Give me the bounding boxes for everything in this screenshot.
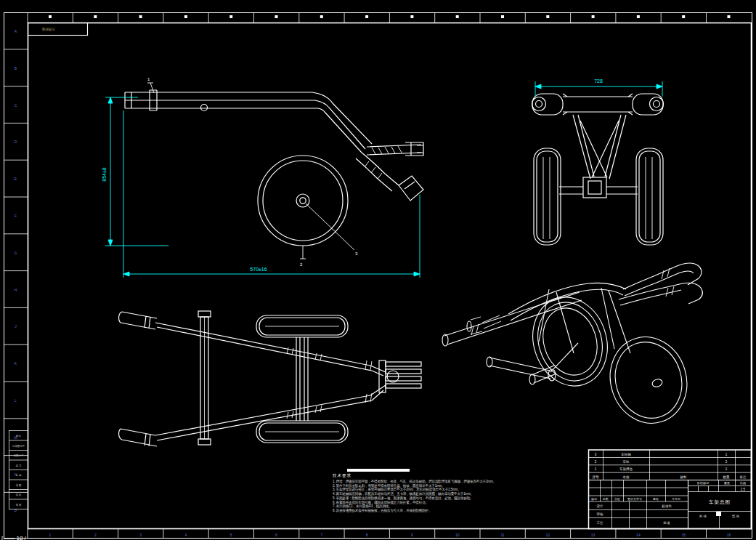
svg-text:设计: 设计 [597, 504, 604, 508]
zone-number: 3 [139, 533, 142, 537]
zone-letters: ABCDEFGHJKLMNP [14, 29, 17, 513]
technical-notes: 技术要求 1. 焊接：焊缝应牢固平整，不得有裂纹、夹渣、气孔、咬边等缺陷，焊后清… [333, 467, 516, 513]
cad-window: ByLayer ByLayer ByLayer 随颜色 [0, 0, 756, 540]
margin-table-label: 标记 [15, 435, 21, 438]
zone-number: 13 [591, 533, 596, 537]
grip-square [184, 15, 187, 18]
grip-square [501, 15, 504, 18]
zone-number: 16 [727, 533, 731, 537]
top-view [119, 311, 421, 446]
zone-letter: H [15, 288, 17, 292]
margin-table-label: 描 校 [16, 493, 22, 496]
parts-list-cell: 1 [725, 467, 728, 471]
svg-text:重量: 重量 [723, 481, 730, 485]
balloon-label-1: 1 [147, 77, 150, 81]
svg-text:名称: 名称 [623, 475, 630, 479]
svg-text:批准: 批准 [663, 521, 671, 525]
isometric-view [442, 263, 702, 433]
zone-number: 8 [366, 533, 368, 537]
zone-letter: D [15, 140, 17, 144]
zone-number: 9 [411, 533, 413, 537]
zone-letter: B [15, 66, 17, 70]
margin-table-labels: 标记旧底图总号底图总号签 字日 期描 图描 校审 核 [12, 435, 25, 507]
zone-number: 7 [320, 533, 322, 537]
zone-letter: J [15, 324, 17, 329]
balloon-label-3: 3 [355, 251, 358, 256]
grip-square [275, 15, 278, 18]
grip-square [229, 15, 232, 18]
svg-text:标记: 标记 [591, 497, 597, 501]
margin-table-label: 旧底图总号 [12, 445, 25, 448]
zone-number: 1 [49, 533, 52, 537]
balloon-label-2: 2 [300, 262, 303, 267]
svg-text:材料: 材料 [680, 475, 688, 480]
parts-list-cell: 1 [595, 467, 597, 471]
svg-text:序号: 序号 [593, 475, 600, 479]
svg-text:标准化: 标准化 [661, 504, 672, 509]
zone-number: 14 [636, 533, 641, 537]
margin-table [9, 431, 28, 509]
svg-text:处数: 处数 [603, 497, 609, 501]
margin-table-label: 描 图 [16, 484, 22, 487]
parts-list-cell: 3 [595, 453, 597, 456]
zone-letter: P [15, 509, 17, 513]
svg-text:审核: 审核 [597, 512, 604, 516]
parts-list-cell: 车架焊合 [619, 467, 633, 471]
zone-numbers: 12345678910111213141516 [49, 533, 731, 537]
margin-table-label: 日 期 [16, 474, 22, 477]
zone-letter: E [15, 177, 17, 181]
margin-table-label: 审 核 [16, 504, 22, 507]
zone-letter: A [15, 29, 17, 33]
notes-title: 技术要求 [333, 473, 351, 477]
zone-letter: K [15, 361, 17, 366]
zone-number: 15 [681, 533, 686, 537]
zone-number: 12 [546, 533, 550, 537]
svg-text:工艺: 工艺 [597, 520, 604, 525]
grip-square [365, 15, 368, 18]
margin-table-label: 签 字 [16, 464, 22, 467]
grip-square [682, 15, 685, 18]
svg-text:第 张: 第 张 [732, 515, 740, 518]
notes-line: 1. 焊接：焊缝应牢固平整，不得有裂纹、夹渣、气孔、咬边等缺陷，焊后清除焊渣及飞… [333, 480, 516, 484]
title-block-labels: 序号 名称 材料 数量 备注 标记 处数 分区 更改文件号 签名 年月日 设计 … [591, 475, 747, 525]
grip-square [456, 15, 459, 18]
side-width-dimension: 570±16 [250, 267, 267, 272]
drawing-canvas[interactable]: 12345678910111213141516 ABCDEFGHJKLMNP 图… [0, 0, 756, 540]
grip-square [320, 15, 323, 18]
svg-text:1:5: 1:5 [741, 488, 746, 491]
zone-letter: F [15, 214, 17, 218]
front-view [532, 94, 664, 245]
svg-text:分区: 分区 [614, 497, 620, 501]
zone-letter: C [15, 103, 17, 108]
grip-square [49, 15, 52, 18]
zone-letter: G [15, 251, 17, 255]
zone-letter: L [15, 398, 17, 403]
svg-text:阶段标记: 阶段标记 [697, 481, 709, 485]
grip-square [637, 15, 640, 18]
stamp-box-text: 图样标记 [42, 27, 56, 32]
parts-list-cell: 2 [595, 460, 597, 464]
status-fragment: [—— 18 / [1, 535, 26, 540]
svg-text:备注: 备注 [740, 475, 747, 479]
grip-square [139, 15, 142, 18]
grip-square [592, 15, 595, 18]
drawing-name: 车架总图 [709, 499, 731, 504]
front-view-dimension [535, 81, 662, 97]
parts-list-cell: 车轮 [623, 460, 630, 464]
front-width-dimension: 728 [594, 78, 603, 84]
svg-text:签名: 签名 [653, 497, 659, 501]
svg-text:年月日: 年月日 [672, 497, 680, 501]
parts-list: 3车轮轴12车轮21车架焊合1 [595, 453, 728, 472]
zone-number: 2 [94, 533, 97, 537]
grip-square [94, 15, 97, 18]
zone-number: 11 [500, 533, 504, 537]
grip-square [410, 15, 413, 18]
grip-square [728, 15, 731, 18]
svg-text:比例: 比例 [740, 481, 746, 485]
margin-table-label: 底图总号 [14, 454, 24, 457]
notes-line: 8. 其余按通用技术条件检验验收，合格后方可入库，并做好防锈防护。 [333, 509, 516, 513]
grip-square [546, 15, 549, 18]
sheet-border [4, 13, 752, 539]
svg-text:共 张: 共 张 [699, 515, 707, 518]
zone-number: 5 [230, 533, 232, 537]
